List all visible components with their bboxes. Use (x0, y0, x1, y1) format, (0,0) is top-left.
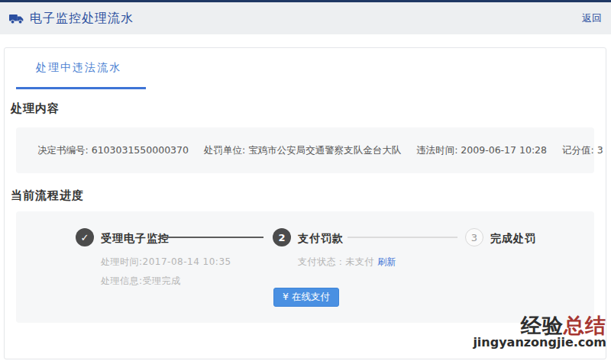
step3-number-badge: 3 (465, 228, 483, 246)
detail-points: 记分值: 3 (562, 144, 603, 157)
page-title: 电子监控处理流水 (30, 11, 134, 27)
tab-processing-violations[interactable]: 处理中违法流水 (36, 61, 121, 75)
step2-number-badge: 2 (273, 228, 291, 246)
watermark: 经验总结 jingyanzongjie.com (473, 315, 606, 350)
page-header: 电子监控处理流水 返回 (0, 2, 611, 34)
section-title-content: 处理内容 (11, 101, 60, 116)
step-connector-2 (348, 237, 457, 238)
refresh-link[interactable]: 刷新 (377, 256, 396, 267)
step2-payment-status: 支付状态：未支付刷新 (298, 256, 396, 269)
detail-decision-number: 决定书编号: 6103031550000370 (37, 144, 189, 157)
step3-label: 完成处罚 (490, 232, 536, 246)
step1-info-text: 处理信息:受理完成 (101, 275, 181, 288)
step-connector-1 (163, 237, 263, 238)
online-pay-button[interactable]: ¥ 在线支付 (273, 288, 339, 307)
violation-detail-box: 决定书编号: 6103031550000370 处罚单位: 宝鸡市公安局交通警察… (16, 127, 594, 173)
detail-penalty-unit: 处罚单位: 宝鸡市公安局交通警察支队金台大队 (204, 144, 401, 157)
main-panel: 处理中违法流水 处理内容 决定书编号: 6103031550000370 处罚单… (4, 47, 606, 359)
section-title-progress: 当前流程进度 (11, 188, 84, 203)
tab-active-underline (16, 87, 146, 89)
watermark-brand: 经验总结 (473, 315, 606, 337)
step1-time-text: 处理时间:2017-08-14 10:35 (101, 256, 231, 269)
step2-label: 支付罚款 (298, 232, 344, 246)
truck-icon (9, 12, 24, 25)
detail-violation-time: 违法时间: 2009-06-17 10:28 (416, 144, 547, 157)
step1-label: 受理电子监控 (101, 232, 170, 246)
watermark-domain: jingyanzongjie.com (473, 337, 606, 350)
step1-check-icon: ✓ (76, 228, 94, 246)
back-button[interactable]: 返回 (582, 11, 602, 25)
progress-box: ✓ 受理电子监控 2 支付罚款 3 完成处罚 处理时间:2017-08-14 1… (16, 211, 594, 323)
